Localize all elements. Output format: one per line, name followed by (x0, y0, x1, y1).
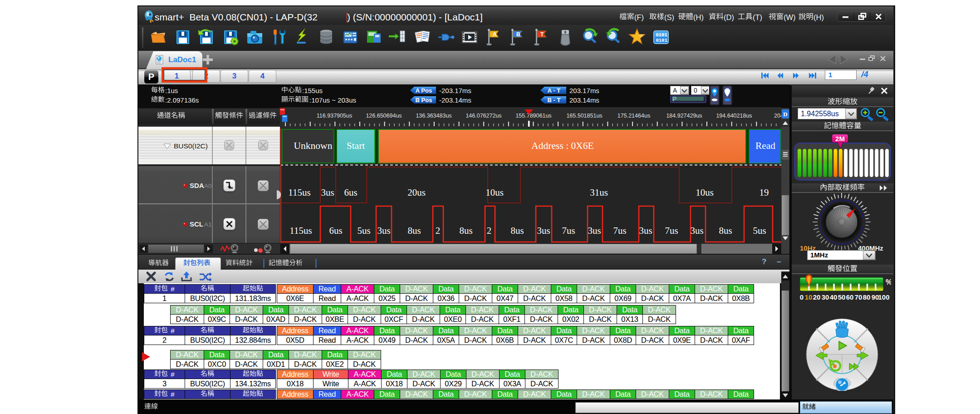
svg-text:A - T: A - T (548, 87, 560, 94)
svg-text:T: T (540, 31, 544, 38)
svg-text:A: A (493, 31, 497, 38)
svg-text:B - T: B - T (548, 97, 561, 104)
svg-text:A Pos: A Pos (416, 87, 432, 94)
svg-text:B Pos: B Pos (416, 97, 432, 104)
svg-text:%: % (886, 278, 891, 286)
svg-text:D: D (783, 111, 787, 118)
svg-text:0101: 0101 (656, 38, 667, 43)
svg-text:B: B (516, 31, 520, 38)
svg-text:0101: 0101 (656, 32, 667, 38)
